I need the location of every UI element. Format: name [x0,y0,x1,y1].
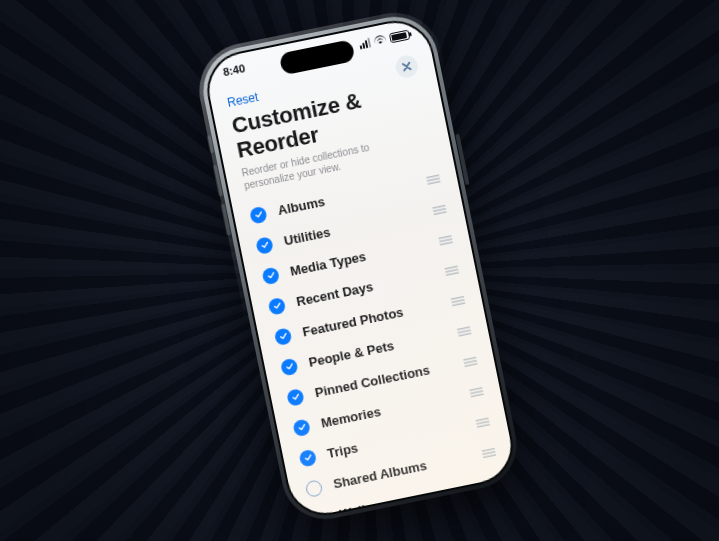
svg-line-20 [465,364,478,367]
svg-line-24 [476,418,489,421]
svg-line-18 [463,357,476,360]
svg-line-6 [439,236,452,239]
close-icon [401,61,413,73]
svg-line-13 [452,300,465,303]
reset-button[interactable]: Reset [226,90,260,110]
drag-handle-icon[interactable] [462,355,479,368]
svg-line-14 [452,303,465,306]
svg-line-17 [458,333,471,336]
wifi-icon [373,34,387,46]
svg-line-19 [464,360,477,363]
svg-line-8 [440,242,453,245]
drag-handle-icon[interactable] [431,203,448,216]
drag-handle-icon[interactable] [468,386,485,399]
drag-handle-icon[interactable] [474,416,491,429]
svg-line-23 [471,394,484,397]
checkmark-circle-icon[interactable] [298,449,317,468]
checkmark-circle-icon[interactable] [267,297,286,316]
svg-line-28 [482,451,495,454]
svg-line-10 [445,269,458,272]
svg-line-12 [451,296,464,299]
svg-line-21 [469,387,482,390]
svg-line-22 [470,391,483,394]
svg-line-26 [477,424,490,427]
drag-handle-icon[interactable] [456,325,473,338]
svg-line-15 [457,327,470,330]
cellular-icon [358,38,371,50]
drag-handle-icon[interactable] [425,173,442,186]
checkmark-circle-icon[interactable] [274,327,293,346]
svg-line-9 [445,266,458,269]
svg-line-3 [432,205,445,208]
checkmark-circle-icon[interactable] [255,236,274,255]
checkmark-circle-icon[interactable] [261,266,280,285]
status-indicators [358,30,410,50]
checkmark-circle-icon[interactable] [286,388,305,407]
svg-line-4 [433,208,446,211]
svg-line-1 [427,178,440,181]
drag-handle-icon[interactable] [450,294,467,307]
svg-line-27 [482,448,495,451]
collections-list: AlbumsUtilitiesMedia TypesRecent DaysFea… [248,164,508,523]
svg-line-2 [428,181,441,184]
drag-handle-icon[interactable] [443,264,460,277]
svg-line-16 [458,330,471,333]
svg-line-29 [483,455,496,458]
battery-icon [389,30,411,44]
svg-line-11 [446,272,459,275]
svg-line-0 [426,175,439,178]
svg-line-25 [476,421,489,424]
svg-line-5 [434,212,447,215]
checkmark-circle-icon[interactable] [249,206,268,225]
checkmark-circle-icon[interactable] [280,357,299,376]
svg-line-7 [439,239,452,242]
drag-handle-icon[interactable] [481,446,498,459]
drag-handle-icon[interactable] [437,234,454,247]
empty-circle-icon[interactable] [305,479,324,498]
close-button[interactable] [394,54,420,80]
checkmark-circle-icon[interactable] [292,418,311,437]
status-time: 8:40 [222,62,246,78]
